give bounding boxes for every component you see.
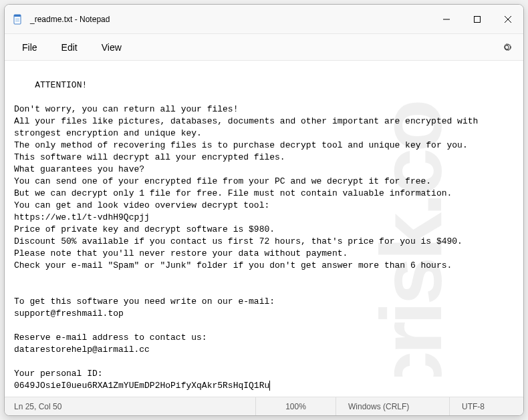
- menu-file[interactable]: File: [10, 38, 49, 57]
- document-text: ATTENTION! Don't worry, you can return a…: [14, 80, 483, 391]
- notepad-window: _readme.txt - Notepad File Edit View pcr…: [4, 4, 524, 416]
- window-title: _readme.txt - Notepad: [30, 15, 110, 24]
- titlebar: _readme.txt - Notepad: [5, 5, 523, 34]
- title-left: _readme.txt - Notepad: [13, 14, 431, 25]
- menubar: File Edit View: [5, 34, 523, 61]
- status-encoding: UTF-8: [450, 397, 523, 415]
- status-lineend: Windows (CRLF): [336, 397, 450, 415]
- statusbar: Ln 25, Col 50 100% Windows (CRLF) UTF-8: [5, 397, 523, 415]
- svg-rect-5: [475, 16, 481, 22]
- settings-button[interactable]: [495, 36, 518, 59]
- menu-edit[interactable]: Edit: [49, 38, 90, 57]
- gear-icon: [501, 42, 512, 53]
- notepad-app-icon: [13, 14, 23, 25]
- status-zoom: 100%: [256, 397, 336, 415]
- window-controls: [431, 5, 523, 33]
- status-position: Ln 25, Col 50: [5, 397, 256, 415]
- close-button[interactable]: [493, 5, 523, 33]
- maximize-button[interactable]: [462, 5, 493, 33]
- minimize-button[interactable]: [431, 5, 462, 33]
- text-caret: [269, 381, 270, 391]
- text-content-area[interactable]: pcrisk.com ATTENTION! Don't worry, you c…: [5, 61, 523, 397]
- svg-rect-1: [14, 15, 21, 17]
- menu-view[interactable]: View: [90, 38, 134, 57]
